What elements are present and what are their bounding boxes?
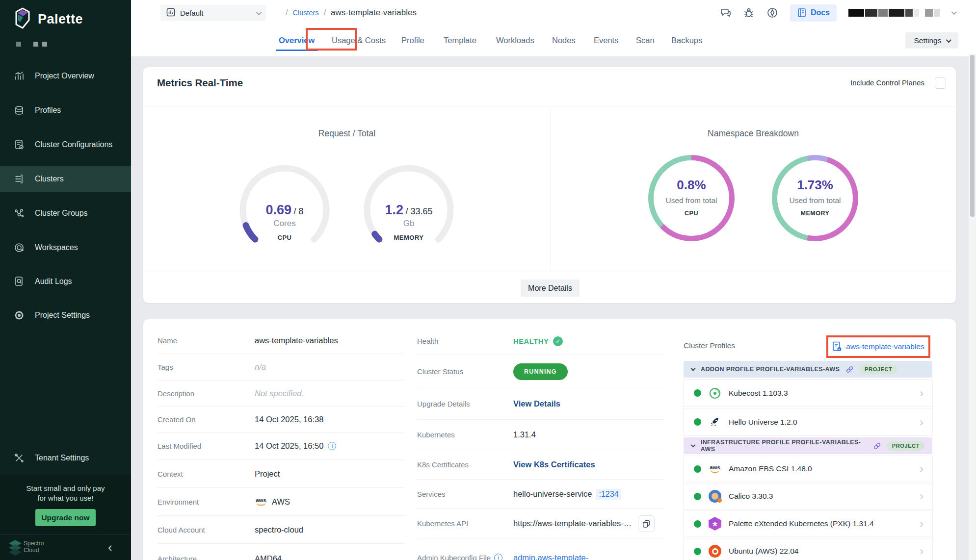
layers-icon (13, 104, 25, 116)
scrollbar-track[interactable] (969, 54, 976, 560)
breadcrumb-clusters-link[interactable]: Clusters (292, 9, 318, 17)
collapse-sidebar-icon[interactable]: ‹ (108, 540, 112, 555)
detail-row-environment: Environment awsAWS (158, 488, 405, 516)
docs-button[interactable]: Docs (790, 4, 837, 22)
cpu-donut-label: CPU (648, 210, 735, 217)
status-dot-icon (694, 493, 701, 500)
sidebar-item-project-settings[interactable]: Project Settings (0, 302, 131, 329)
view-k8s-certificates-link[interactable]: View K8s Certificates (513, 460, 595, 469)
profile-layer-pxk[interactable]: * Palette eXtended Kubernetes (PXK) 1.31… (684, 511, 932, 536)
header: Default / Clusters / aws-template-variab… (131, 0, 976, 56)
settings-button[interactable]: Settings (905, 32, 958, 49)
spectro-cloud-logo-icon (8, 539, 23, 558)
project-selector-dropdown[interactable]: Default (160, 5, 266, 21)
cpu-namespace-donut: 0.8% Used from total CPU (648, 155, 735, 241)
info-icon[interactable] (328, 442, 336, 450)
profile-document-icon (832, 341, 842, 352)
kubeconfig-link[interactable]: admin.aws-template- (513, 553, 588, 560)
profile-layer-calico[interactable]: Calico 3.30.3 (684, 484, 932, 509)
sidebar-item-project-overview[interactable]: Project Overview (0, 63, 131, 89)
upgrade-now-button[interactable]: Upgrade now (35, 509, 96, 526)
infrastructure-profile-section-header[interactable]: INFRASTRUCTURE PROFILE PROFILE-VARIABLES… (684, 437, 932, 454)
chevron-right-icon (920, 517, 923, 531)
network-nodes-icon (13, 207, 25, 219)
health-status: HEALTHY (513, 337, 549, 345)
promo-text-line1: Start small and only pay (0, 484, 131, 493)
tab-workloads[interactable]: Workloads (496, 30, 534, 50)
dashboard-icon (166, 8, 175, 19)
scope-badge: PROJECT (860, 364, 897, 374)
chevron-right-icon (920, 544, 923, 558)
sidebar-item-workspaces[interactable]: Workspaces (0, 234, 131, 261)
tab-profile[interactable]: Profile (401, 30, 424, 50)
sidebar-item-label: Project Overview (35, 72, 94, 80)
profile-layer-amazon-ebs-csi[interactable]: aws Amazon EBS CSI 1.48.0 (684, 456, 932, 482)
view-details-link[interactable]: View Details (513, 399, 560, 408)
detail-row-admin-kubeconfig: Admin Kubeconfig File admin.aws-template… (417, 538, 663, 560)
tab-scan[interactable]: Scan (636, 30, 655, 50)
status-dot-icon (694, 548, 701, 555)
window-dot-icon (42, 42, 47, 47)
sidebar-item-label: Cluster Groups (35, 209, 88, 218)
sidebar-item-profiles[interactable]: Profiles (0, 97, 131, 124)
sidebar-item-tenant-settings[interactable]: Tenant Settings (0, 445, 131, 471)
detail-row-last-modified: Last Modified 14 Oct 2025, 16:50 (158, 433, 405, 460)
profile-link[interactable]: aws-template-variables (846, 342, 924, 351)
settings-label: Settings (914, 36, 941, 45)
more-details-button[interactable]: More Details (521, 280, 580, 297)
cpu-used-percent: 0.8% (648, 178, 735, 193)
tools-icon (13, 452, 25, 464)
memory-gauge: 1.2 / 33.65 Gb MEMORY (362, 163, 455, 256)
pxk-icon: * (708, 517, 722, 531)
detail-row-health: Health HEALTHY (417, 328, 663, 355)
memory-gauge-unit: Gb (362, 219, 455, 229)
sidebar-item-label: Clusters (35, 175, 64, 183)
detail-row-cluster-status: Cluster Status RUNNING (417, 355, 663, 388)
detail-row-k8s-certificates: K8s Certificates View K8s Certificates (417, 450, 663, 480)
bug-icon[interactable] (743, 7, 755, 19)
spectro-cloud-wordmark: Spectro Cloud (24, 540, 44, 554)
profile-layer-kubecost[interactable]: Kubecost 1.103.3 (684, 380, 932, 407)
detail-row-kubernetes-api: Kubernetes API https://aws-template-vari… (417, 509, 663, 538)
link-icon (873, 442, 881, 450)
chevron-right-icon (920, 462, 923, 476)
chevron-down-icon (256, 9, 262, 15)
status-dot-icon (694, 465, 701, 473)
scrollbar-thumb[interactable] (970, 55, 975, 217)
status-dot-icon (694, 418, 701, 426)
include-control-planes-checkbox[interactable] (935, 77, 946, 89)
sidebar-item-label: Project Settings (35, 311, 90, 320)
request-total-title: Request / Total (143, 128, 551, 143)
compass-icon[interactable] (766, 7, 778, 19)
document-search-icon (13, 276, 25, 287)
sidebar-item-cluster-configurations[interactable]: Cluster Configurations (0, 131, 131, 158)
tab-nodes[interactable]: Nodes (552, 30, 576, 50)
aws-icon: aws (708, 462, 722, 476)
profile-layer-ubuntu[interactable]: Ubuntu (AWS) 22.04 (684, 538, 932, 560)
tab-backups[interactable]: Backups (671, 30, 702, 50)
detail-row-architecture: Architecture AMD64 (158, 544, 405, 560)
document-check-icon (13, 139, 25, 151)
info-icon[interactable] (494, 554, 502, 560)
check-circle-icon (553, 336, 563, 346)
divider (143, 271, 956, 271)
chevron-down-icon (691, 366, 696, 371)
copy-button[interactable] (638, 515, 655, 532)
memory-used-caption: Used from total (772, 196, 858, 205)
sidebar-item-cluster-groups[interactable]: Cluster Groups (0, 200, 131, 227)
profile-layer-hello-universe[interactable]: Hello Universe 1.2.0 (684, 408, 932, 435)
promo-text-line2: for what you use! (0, 493, 131, 503)
tab-template[interactable]: Template (444, 30, 476, 50)
user-menu-chevron-icon[interactable] (951, 9, 957, 15)
memory-used-percent: 1.73% (772, 178, 858, 193)
memory-namespace-donut: 1.73% Used from total MEMORY (772, 155, 858, 241)
chat-icon[interactable] (719, 7, 731, 19)
memory-gauge-value: 1.2 / 33.65 (362, 203, 455, 218)
sidebar-item-clusters[interactable]: Clusters (0, 166, 131, 192)
tab-events[interactable]: Events (594, 30, 618, 50)
service-port-link[interactable]: :1234 (596, 489, 621, 500)
window-dot-icon (33, 42, 38, 47)
addon-profile-section-header[interactable]: ADDON PROFILE PROFILE-VARIABLES-AWS PROJ… (684, 361, 932, 378)
sidebar-item-audit-logs[interactable]: Audit Logs (0, 268, 131, 295)
breadcrumb-separator: / (324, 8, 326, 17)
